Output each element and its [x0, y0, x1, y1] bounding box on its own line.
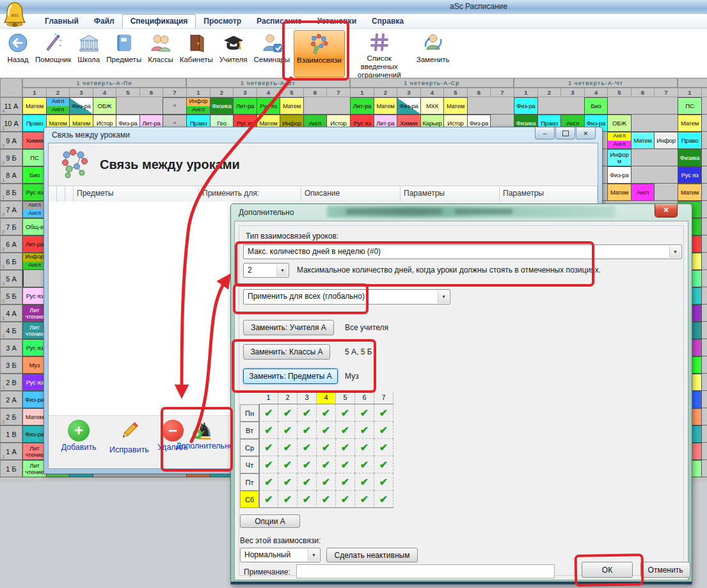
grid-check-cell[interactable]: ✔	[336, 422, 355, 439]
dropdown-arrow-icon[interactable]: ▼	[669, 246, 681, 258]
timetable-cell[interactable]	[701, 270, 707, 287]
grid-check-cell[interactable]: ✔	[317, 491, 336, 508]
timetable-cell[interactable]	[701, 115, 707, 132]
timetable-cell[interactable]	[701, 97, 707, 115]
timetable-cell[interactable]: АнглАнгл	[607, 132, 632, 149]
timetable-cell[interactable]: Матем	[631, 132, 655, 149]
timetable-cell[interactable]: ×	[163, 97, 187, 115]
grid-day-header[interactable]: Пт	[240, 473, 259, 491]
grid-check-cell[interactable]: ✔	[298, 473, 317, 491]
grid-check-cell[interactable]: ✔	[298, 491, 317, 508]
class-label[interactable]: 11 А4	[0, 97, 22, 115]
menu-tab-timetable[interactable]: Расписание	[249, 15, 310, 28]
link-column-header[interactable]: Описание	[301, 186, 401, 202]
class-label[interactable]: 9 А2	[0, 132, 22, 149]
menu-tab-settings[interactable]: Установки	[310, 15, 364, 28]
toolbar-button-seminars[interactable]: Семинары	[251, 30, 292, 77]
grid-day-header[interactable]: Ср	[240, 439, 259, 456]
menu-tab-view[interactable]: Просмотр	[196, 15, 249, 28]
grid-check-cell[interactable]: ✔	[374, 404, 393, 422]
timetable-cell[interactable]	[654, 97, 678, 115]
cancel-button[interactable]: Отменить	[640, 562, 690, 578]
timetable-cell[interactable]	[701, 339, 707, 356]
timetable-cell[interactable]	[654, 149, 678, 166]
grid-check-cell[interactable]: ✔	[259, 473, 278, 491]
grid-check-cell[interactable]: ✔	[298, 404, 317, 422]
timetable-cell[interactable]	[537, 97, 561, 115]
timetable-cell[interactable]: Физика	[678, 149, 702, 166]
replace-button-2[interactable]: Заменить: Предметы А	[243, 369, 338, 384]
timetable-cell[interactable]	[701, 149, 707, 166]
grid-day-header[interactable]: Пн	[240, 404, 259, 422]
timetable-cell[interactable]	[116, 97, 140, 115]
timetable-cell[interactable]: Рус яз	[678, 166, 702, 184]
class-label[interactable]: 8 А1	[0, 166, 22, 184]
maximize-button[interactable]	[555, 127, 575, 139]
timetable-cell[interactable]: Лит-ра	[233, 97, 257, 115]
toolbar-button-rooms[interactable]: Кабинеты	[177, 30, 216, 77]
class-label[interactable]: 6 А2	[0, 235, 22, 253]
grid-check-cell[interactable]: ✔	[374, 473, 393, 491]
grid-check-cell[interactable]: ✔	[336, 491, 355, 508]
timetable-cell[interactable]	[326, 97, 351, 115]
timetable-cell[interactable]: АнглАнгл	[46, 97, 70, 115]
apply-combobox[interactable]: Применить для всех (глобально) ▼	[243, 289, 450, 305]
grid-check-cell[interactable]: ✔	[298, 422, 317, 439]
grid-day-header[interactable]: Чт	[240, 456, 259, 473]
timetable-cell[interactable]: Матем	[374, 97, 397, 115]
class-label[interactable]: 5 Б2	[0, 287, 22, 305]
grid-check-cell[interactable]: ✔	[259, 422, 278, 439]
class-label[interactable]: 10 А1	[0, 115, 22, 132]
timetable-cell[interactable]	[560, 97, 585, 115]
timetable-cell[interactable]	[701, 201, 707, 218]
grid-check-cell[interactable]: ✔	[298, 456, 317, 473]
link-column-header[interactable]: Предметы	[74, 186, 199, 202]
timetable-cell[interactable]: Био	[584, 97, 608, 115]
menu-tab-help[interactable]: Справка	[364, 15, 411, 28]
timetable-cell[interactable]: Инфор	[654, 132, 678, 149]
timetable-cell[interactable]: Матем	[280, 97, 304, 115]
timetable-cell[interactable]: Матем	[678, 184, 702, 201]
grid-check-cell[interactable]: ✔	[355, 439, 374, 456]
close-button[interactable]: ✕	[655, 204, 678, 218]
class-label[interactable]: 2 А	[0, 391, 22, 408]
timetable-cell[interactable]: ПС	[678, 97, 702, 115]
timetable-cell[interactable]	[701, 443, 707, 460]
grid-check-cell[interactable]: ✔	[317, 404, 336, 422]
timetable-cell[interactable]: Лит-ра	[350, 97, 374, 115]
asc-logo-icon[interactable]: asc	[3, 1, 28, 28]
timetable-cell[interactable]: Физ-ра	[69, 97, 93, 115]
weight-combobox[interactable]: Нормальный ▼	[240, 548, 321, 562]
timetable-cell[interactable]	[701, 460, 707, 477]
timetable-cell[interactable]	[701, 425, 707, 443]
timetable-cell[interactable]: Право	[678, 132, 702, 149]
action-edit-button[interactable]: Исправить	[106, 420, 152, 454]
grid-check-cell[interactable]: ✔	[336, 404, 355, 422]
link-column-header[interactable]	[65, 186, 74, 202]
class-label[interactable]: 9 Б2	[0, 149, 22, 166]
type-combobox[interactable]: Макс. количество дней в неделю (#0) ▼	[243, 244, 682, 259]
timetable-cell[interactable]	[139, 97, 163, 115]
grid-check-cell[interactable]: ✔	[317, 422, 336, 439]
grid-day-header[interactable]: Сб	[240, 491, 259, 508]
minimize-button[interactable]: –	[535, 127, 555, 139]
timetable-cell[interactable]	[303, 97, 327, 115]
toolbar-button-back[interactable]: Назад	[4, 30, 31, 77]
ok-button[interactable]: ОК	[582, 562, 633, 578]
timetable-cell[interactable]	[654, 115, 678, 132]
action-add-button[interactable]: +Добавить	[54, 420, 104, 452]
timetable-cell[interactable]	[631, 166, 655, 184]
timetable-cell[interactable]	[467, 97, 491, 115]
timetable-cell[interactable]	[701, 408, 707, 425]
class-label[interactable]: 1 Б	[0, 460, 22, 477]
timetable-cell[interactable]: Физ-ра	[514, 97, 538, 115]
class-label[interactable]: 3 А	[0, 339, 22, 356]
grid-check-cell[interactable]: ✔	[317, 473, 336, 491]
timetable-cell[interactable]: Матем	[607, 184, 632, 201]
timetable-cell[interactable]	[701, 374, 707, 391]
toolbar-button-subjects[interactable]: Предметы	[104, 30, 144, 77]
class-label[interactable]: 4 Б1	[0, 322, 22, 339]
grid-check-cell[interactable]: ✔	[374, 456, 393, 473]
class-label[interactable]: 5 А3	[0, 270, 22, 287]
toolbar-button-teachers[interactable]: Учителя	[217, 30, 250, 77]
